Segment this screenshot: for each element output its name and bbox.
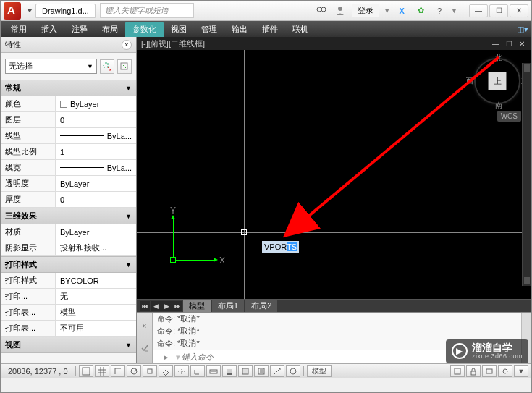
drawing-canvas[interactable]: Y X VPORTS 上 北 南 东 西 WCS <box>137 50 531 299</box>
command-resize-handle[interactable] <box>521 313 531 363</box>
ribbon-tab-online[interactable]: 联机 <box>285 22 316 37</box>
select-objects-button[interactable] <box>117 59 132 74</box>
ribbon-tab-home[interactable]: 常用 <box>4 22 34 37</box>
status-osnap-button[interactable] <box>143 365 157 377</box>
window-close-button[interactable]: ✕ <box>510 4 528 17</box>
selection-filter-value: 无选择 <box>9 61 33 72</box>
exchange-icon[interactable]: X <box>394 4 409 18</box>
viewcube-top-face[interactable]: 上 <box>488 72 507 90</box>
quick-select-button[interactable] <box>100 59 114 74</box>
svg-point-13 <box>290 368 296 374</box>
layout-nav-first[interactable]: ⏮ <box>140 301 150 311</box>
property-row[interactable]: 透明度ByLayer <box>1 176 136 192</box>
wcs-badge[interactable]: WCS <box>497 111 521 122</box>
status-tpy-button[interactable] <box>238 365 253 377</box>
property-section-header[interactable]: 视图▼ <box>1 337 136 353</box>
palette-header[interactable]: 特性 × <box>1 37 136 53</box>
property-row[interactable]: 材质ByLayer <box>1 224 136 240</box>
app-menu-dropdown-icon[interactable] <box>27 9 33 12</box>
help-search-input[interactable]: 键入关键字或短语 <box>100 3 194 18</box>
svg-rect-7 <box>83 368 90 375</box>
status-bar: 20836, 12377 , 0 模型 ▼ <box>1 363 531 378</box>
viewport-minimize-button[interactable]: — <box>491 38 501 48</box>
canvas-scrollbar-vertical[interactable] <box>522 63 531 286</box>
viewport-maximize-button[interactable]: ☐ <box>504 38 514 48</box>
title-bar: Drawing1.d... 键入关键字或短语 登录 ▼ X ✿ ? ▼ — ☐ … <box>1 1 531 21</box>
cmd-options-icon[interactable] <box>140 344 149 354</box>
property-row[interactable]: 线宽ByLa... <box>1 160 136 176</box>
property-section-header[interactable]: 三维效果▼ <box>1 208 136 224</box>
selection-filter-dropdown[interactable]: 无选择 ▼ <box>5 59 97 74</box>
subscription-icon[interactable]: ✿ <box>413 4 428 18</box>
layout-tab-2[interactable]: 布局2 <box>245 300 277 312</box>
status-workspace-button[interactable] <box>450 365 465 377</box>
status-otrack-button[interactable] <box>174 365 189 377</box>
status-grid-button[interactable] <box>95 365 109 377</box>
svg-point-1 <box>321 7 326 12</box>
viewport-label[interactable]: [-][俯视][二维线框] <box>141 38 205 49</box>
annotation-arrow <box>137 50 528 299</box>
ribbon-tab-manage[interactable]: 管理 <box>194 22 224 37</box>
search-icon[interactable] <box>314 4 329 18</box>
status-isolate-button[interactable] <box>498 365 512 377</box>
property-row[interactable]: 线型ByLa... <box>1 128 136 144</box>
ribbon-tab-view[interactable]: 视图 <box>164 22 194 37</box>
app-logo[interactable] <box>4 2 21 20</box>
ribbon-tab-insert[interactable]: 插入 <box>34 22 64 37</box>
login-dropdown-icon[interactable]: ▼ <box>384 7 390 14</box>
property-row[interactable]: 颜色ByLayer <box>1 96 136 112</box>
property-section-header[interactable]: 打印样式▼ <box>1 256 136 273</box>
window-minimize-button[interactable]: — <box>469 4 488 17</box>
view-cube[interactable]: 上 北 南 东 西 <box>472 56 523 106</box>
layout-nav-last[interactable]: ⏭ <box>172 301 182 311</box>
cmd-close-icon[interactable]: × <box>143 322 147 330</box>
viewport-close-button[interactable]: ✕ <box>517 38 527 48</box>
layout-tab-model[interactable]: 模型 <box>183 300 211 312</box>
ribbon-tab-output[interactable]: 输出 <box>224 22 255 37</box>
document-tab[interactable]: Drawing1.d... <box>35 4 96 18</box>
property-row[interactable]: 图层0 <box>1 112 136 128</box>
ribbon-panel-toggle-icon[interactable]: ◫▾ <box>517 25 528 34</box>
property-row[interactable]: 线型比例1 <box>1 144 136 160</box>
status-model-button[interactable]: 模型 <box>307 365 332 377</box>
layout-nav-prev[interactable]: ◀ <box>151 301 161 311</box>
property-section-header[interactable]: 常规▼ <box>1 80 136 96</box>
status-snap-button[interactable] <box>79 365 93 377</box>
property-row[interactable]: 打印...无 <box>1 289 136 305</box>
ribbon-tab-plugins[interactable]: 插件 <box>255 22 285 37</box>
status-hardware-button[interactable] <box>482 365 497 377</box>
property-row[interactable]: 打印表...不可用 <box>1 321 136 337</box>
user-icon <box>333 4 347 18</box>
layout-tab-1[interactable]: 布局1 <box>212 300 244 312</box>
status-lock-button[interactable] <box>466 365 481 377</box>
property-row[interactable]: 打印表...模型 <box>1 305 136 321</box>
status-lwt-button[interactable] <box>222 365 237 377</box>
property-row[interactable]: 厚度0 <box>1 192 136 208</box>
status-dyn-button[interactable] <box>206 365 221 377</box>
status-clean-button[interactable]: ▼ <box>514 365 528 377</box>
layout-nav-next[interactable]: ▶ <box>161 301 172 311</box>
svg-rect-14 <box>455 368 460 374</box>
help-dropdown-icon[interactable]: ▼ <box>451 7 457 14</box>
status-coordinates[interactable]: 20836, 12377 , 0 <box>4 367 72 376</box>
palette-close-button[interactable]: × <box>122 40 132 50</box>
login-button[interactable]: 登录 <box>352 4 379 17</box>
command-input[interactable] <box>180 351 517 363</box>
window-maximize-button[interactable]: ☐ <box>489 4 508 17</box>
ribbon-tab-layout[interactable]: 布局 <box>95 22 125 37</box>
status-ortho-button[interactable] <box>111 365 125 377</box>
status-polar-button[interactable] <box>127 365 141 377</box>
ribbon-tab-annotate[interactable]: 注释 <box>64 22 95 37</box>
status-sc-button[interactable] <box>270 365 284 377</box>
property-row[interactable]: 打印样式BYCOLOR <box>1 273 136 289</box>
properties-palette: 特性 × 无选择 ▼ 常规▼颜色ByLayer图层0线型ByLa...线型比例1… <box>1 37 137 363</box>
status-am-button[interactable] <box>286 365 300 377</box>
status-qp-button[interactable] <box>254 365 269 377</box>
status-ducs-button[interactable] <box>190 365 205 377</box>
help-icon[interactable]: ? <box>432 4 447 18</box>
property-row[interactable]: 阴影显示投射和接收... <box>1 240 136 256</box>
command-prompt-icon: ▸ <box>160 351 173 363</box>
dynamic-input-tooltip[interactable]: VPORTS <box>261 240 300 253</box>
ribbon-tab-parametric[interactable]: 参数化 <box>125 22 164 37</box>
status-3dosnap-button[interactable] <box>159 365 173 377</box>
